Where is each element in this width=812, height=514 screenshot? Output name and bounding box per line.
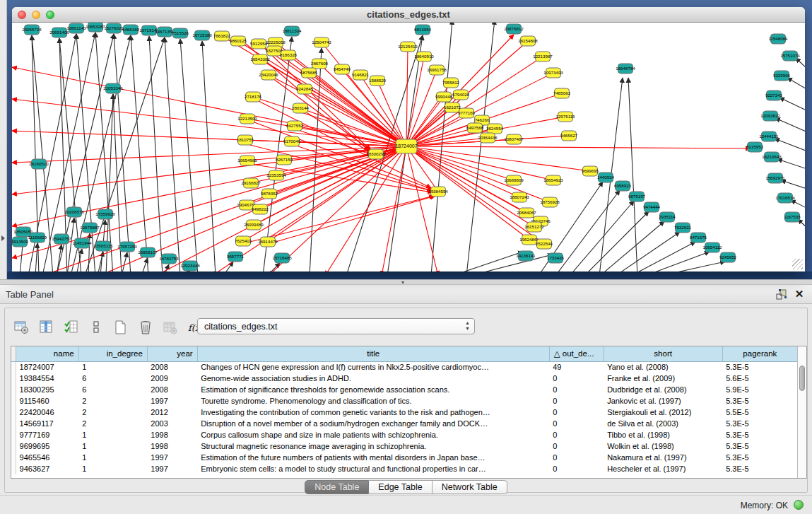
graph-node[interactable]: 17016514 (775, 193, 795, 203)
graph-node[interactable]: 16151272 (524, 222, 544, 232)
graph-node[interactable]: 10973493 (543, 68, 563, 78)
graph-node[interactable]: 16958107 (138, 247, 158, 257)
graph-node[interactable]: 10975887 (80, 223, 100, 233)
graph-node[interactable]: 8427552 (286, 121, 304, 131)
graph-node[interactable]: 15692971 (765, 173, 785, 183)
graph-node[interactable]: 15276021 (104, 23, 124, 33)
graph-node[interactable]: 12353594 (266, 170, 286, 180)
graph-node[interactable]: 1440934 (597, 173, 615, 182)
graph-node[interactable]: 7625402 (235, 236, 252, 246)
graph-node[interactable]: 1810755 (237, 135, 254, 145)
import-table-icon[interactable] (162, 319, 179, 336)
graph-node[interactable]: 9329966 (773, 71, 791, 81)
float-window-icon[interactable] (775, 288, 788, 301)
tab-edge-table[interactable]: Edge Table (369, 480, 432, 494)
tab-node-table[interactable]: Node Table (305, 480, 369, 494)
graph-node[interactable]: 18807243 (510, 192, 529, 202)
graph-node[interactable]: 9146821 (352, 70, 370, 80)
graph-node[interactable]: 9878352 (261, 189, 278, 199)
graph-node[interactable]: 12975115 (555, 112, 575, 122)
graph-node[interactable]: 18811304 (282, 26, 302, 36)
graph-node[interactable]: 18640910 (414, 52, 434, 62)
graph-node[interactable]: 9777169 (458, 108, 476, 118)
graph-hub-node[interactable]: 18724007 (395, 139, 417, 153)
network-graph-canvas[interactable]: 2405572420691406188011431065328715276021… (12, 23, 805, 271)
graph-node[interactable]: 10807487 (504, 134, 524, 144)
graph-node[interactable]: 9860125 (230, 36, 247, 46)
table-row[interactable]: 946362711997Embryonic stem cells: a mode… (11, 463, 798, 474)
table-row[interactable]: 1938455462009Genome-wide association stu… (11, 373, 798, 384)
table-row[interactable]: 1456911722003Disruption of a novel membe… (11, 418, 798, 429)
graph-node[interactable]: 18654923 (543, 175, 563, 185)
graph-node[interactable]: 8186328 (280, 50, 298, 60)
graph-node[interactable]: 15716485 (272, 253, 292, 263)
graph-node[interactable]: 5912954 (250, 39, 268, 49)
graph-node[interactable]: 10688809 (504, 175, 524, 185)
graph-node[interactable]: 1167533 (784, 212, 801, 222)
graph-node[interactable]: 12125419 (398, 42, 418, 52)
control-panel-collapsed-strip[interactable] (0, 0, 7, 279)
graph-node[interactable]: 15751074 (780, 51, 800, 61)
graph-node[interactable]: 7485063 (553, 88, 571, 98)
graph-node[interactable]: 8471676 (690, 233, 707, 243)
graph-node[interactable]: 9657771 (227, 252, 245, 262)
graph-node[interactable]: 1733426 (547, 253, 565, 263)
column-header-title[interactable]: title (197, 346, 549, 361)
graph-node[interactable]: 14136141 (516, 251, 536, 261)
graph-node[interactable]: 6466160 (122, 25, 140, 35)
graph-node[interactable]: 16648784 (616, 64, 635, 74)
graph-node[interactable]: 9498222 (252, 204, 269, 214)
graph-node[interactable]: 16782753 (159, 254, 179, 264)
graph-node[interactable]: 6497568 (466, 123, 484, 133)
graph-node[interactable]: 3913509 (12, 237, 29, 247)
row-height-icon[interactable] (88, 319, 105, 336)
graph-node[interactable]: 11156829 (28, 233, 47, 243)
graph-node[interactable]: 12213500 (237, 114, 257, 124)
splitter-handle-icon[interactable]: ▾ (401, 280, 404, 285)
graph-node[interactable]: 9245652 (719, 252, 737, 262)
graph-node[interactable]: 10654985 (237, 156, 257, 165)
graph-node[interactable]: 7955812 (442, 78, 460, 88)
graph-node[interactable]: 7515526 (172, 28, 189, 38)
graph-node[interactable]: 6879197 (628, 192, 646, 201)
graph-node[interactable]: 9170046 (283, 136, 301, 146)
graph-node[interactable]: 5875685 (300, 68, 318, 78)
graph-node[interactable]: 2803144 (292, 103, 310, 113)
graph-node[interactable]: 2935114 (659, 212, 676, 222)
graph-node[interactable]: 8267150 (276, 155, 293, 165)
graph-node[interactable]: 13505115 (93, 241, 113, 251)
table-scrollbar[interactable] (797, 346, 806, 478)
network-table-selector[interactable]: citations_edges.txt ▲▼ (197, 318, 475, 334)
graph-node[interactable]: 9465627 (560, 131, 578, 141)
close-panel-icon[interactable]: ✕ (794, 287, 805, 300)
graph-node[interactable]: 9474444 (643, 202, 661, 212)
select-columns-icon[interactable] (38, 319, 55, 336)
graph-node[interactable]: 17359928 (95, 209, 115, 219)
graph-node[interactable]: 2718176 (245, 92, 262, 102)
graph-node[interactable]: 9699695 (582, 166, 599, 176)
delete-icon[interactable] (137, 319, 154, 336)
column-header-out_de[interactable]: △ out_de... (549, 346, 604, 361)
graph-node[interactable]: 11451944 (72, 238, 92, 248)
graph-node[interactable]: 7632621 (674, 223, 692, 233)
graph-node[interactable]: 2522544 (536, 239, 553, 249)
graph-node[interactable]: 9990448 (435, 92, 453, 102)
graph-node[interactable]: 23420046 (259, 70, 278, 80)
graph-node[interactable]: 20876812 (504, 24, 524, 34)
graph-node[interactable]: 12213987 (533, 52, 553, 62)
graph-node[interactable]: 7663822 (213, 31, 231, 41)
graph-node[interactable]: 18300295 (366, 149, 386, 159)
column-header-name[interactable]: name (16, 346, 78, 361)
table-row[interactable]: 2242004622012Investigating the contribut… (11, 407, 798, 418)
graph-node[interactable]: 8215953 (746, 142, 764, 152)
window-resize-grip[interactable] (792, 259, 803, 269)
graph-node[interactable]: 16914479 (258, 237, 278, 247)
column-header-in_degree[interactable]: in_degree (78, 346, 147, 361)
graph-node[interactable]: 20364436 (478, 133, 498, 143)
scrollbar-thumb[interactable] (799, 366, 805, 391)
tab-network-table[interactable]: Network Table (433, 480, 507, 494)
graph-node[interactable]: 18756928 (540, 197, 560, 207)
graph-node[interactable]: 11548084 (768, 34, 788, 44)
table-row[interactable]: 911546021997Tourette syndrome. Phenomeno… (11, 395, 798, 407)
graph-node[interactable]: 9227343 (765, 90, 783, 100)
